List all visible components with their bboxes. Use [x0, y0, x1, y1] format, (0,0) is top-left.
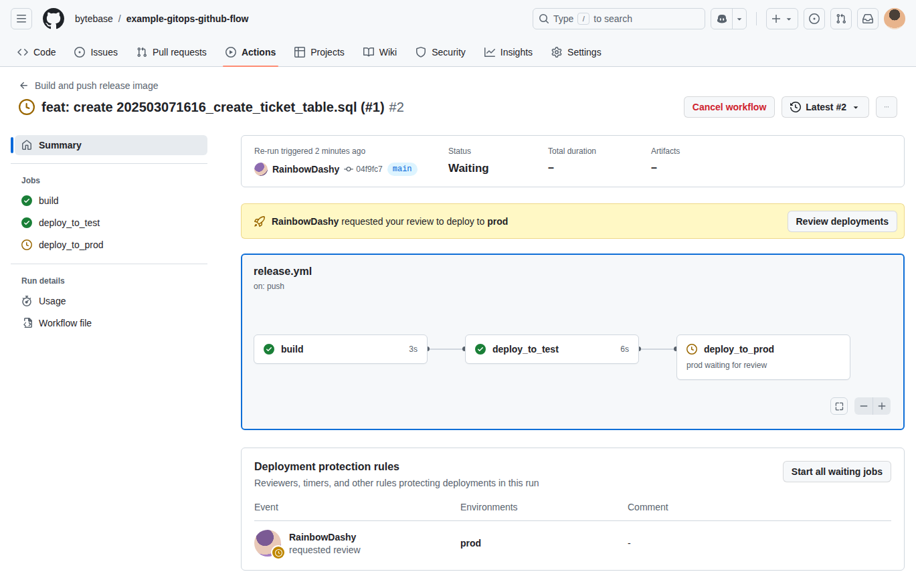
- workflow-graph-card: release.yml on: push build 3s deploy_to_…: [241, 254, 905, 430]
- rocket-icon: [254, 216, 265, 227]
- run-status-card: Re-run triggered 2 minutes ago RainbowDa…: [241, 135, 905, 187]
- graph-connector-line: [427, 349, 466, 350]
- status-value: Waiting: [448, 162, 535, 175]
- commit-link[interactable]: 04f9fc7: [344, 165, 382, 174]
- create-new-button[interactable]: [766, 8, 798, 29]
- inbox-button[interactable]: [857, 8, 879, 29]
- arrow-left-icon: [19, 80, 29, 91]
- review-deployments-button[interactable]: Review deployments: [788, 211, 898, 232]
- zoom-out-button[interactable]: [854, 397, 873, 415]
- banner-actor[interactable]: RainbowDashy: [272, 216, 339, 227]
- sidebar-job-deploy-to-test[interactable]: deploy_to_test: [15, 211, 207, 233]
- tab-label: Wiki: [379, 47, 397, 58]
- fullscreen-button[interactable]: [830, 397, 848, 415]
- copilot-icon[interactable]: [711, 9, 733, 29]
- tab-security[interactable]: Security: [407, 37, 474, 66]
- job-label: build: [39, 195, 59, 206]
- check-circle-icon: [21, 217, 32, 228]
- tab-label: Settings: [567, 47, 602, 58]
- artifacts-value: –: [651, 162, 725, 174]
- tab-pull-requests[interactable]: Pull requests: [128, 37, 215, 66]
- sidebar-divider: [11, 163, 207, 164]
- breadcrumb-repo[interactable]: example-gitops-github-flow: [126, 13, 249, 24]
- copilot-button-group: [711, 8, 747, 29]
- banner-message: requested your review to deploy to: [341, 216, 484, 227]
- sidebar-item-usage[interactable]: Usage: [15, 290, 207, 312]
- run-status-clock-icon: [19, 99, 35, 115]
- slash-key-hint: /: [577, 13, 589, 25]
- search-placeholder-pre: Type: [553, 13, 573, 24]
- tab-label: Security: [432, 47, 466, 58]
- actor-avatar[interactable]: [254, 163, 268, 176]
- tab-projects[interactable]: Projects: [286, 37, 353, 66]
- tab-settings[interactable]: Settings: [543, 37, 610, 66]
- zoom-in-button[interactable]: [873, 397, 891, 415]
- copilot-dropdown-caret[interactable]: [733, 9, 746, 29]
- graph-node-build[interactable]: build 3s: [254, 334, 428, 364]
- sidebar-item-workflow-file[interactable]: Workflow file: [15, 312, 207, 334]
- cancel-workflow-button[interactable]: Cancel workflow: [684, 96, 775, 118]
- search-input[interactable]: Type / to search: [533, 8, 705, 29]
- actor-name[interactable]: RainbowDashy: [272, 164, 339, 175]
- stopwatch-icon: [21, 296, 32, 306]
- hamburger-menu-button[interactable]: [11, 8, 32, 29]
- job-label: deploy_to_prod: [39, 239, 104, 250]
- search-placeholder-post: to search: [593, 13, 632, 24]
- run-version-dropdown[interactable]: Latest #2: [782, 96, 869, 118]
- run-options-kebab-button[interactable]: [876, 96, 897, 118]
- tab-actions[interactable]: Actions: [217, 37, 284, 66]
- breadcrumb-separator: /: [118, 13, 121, 24]
- protection-subtitle: Reviewers, timers, and other rules prote…: [254, 478, 539, 488]
- workflow-trigger: on: push: [254, 282, 284, 291]
- sidebar-job-build[interactable]: build: [15, 189, 207, 211]
- play-icon: [225, 47, 236, 58]
- duration-label: Total duration: [548, 146, 638, 156]
- banner-environment: prod: [487, 216, 508, 227]
- check-circle-icon: [475, 344, 486, 355]
- status-label: Status: [448, 146, 535, 156]
- tab-label: Pull requests: [153, 47, 207, 58]
- issues-dashboard-button[interactable]: [804, 8, 825, 29]
- run-sidebar: Summary Jobs build deploy_to_test deploy…: [11, 135, 207, 571]
- tab-label: Insights: [500, 47, 533, 58]
- node-duration: 3s: [409, 345, 418, 354]
- check-circle-icon: [264, 344, 274, 355]
- table-row: RainbowDashy requested review prod -: [254, 520, 891, 567]
- tab-label: Code: [33, 47, 56, 58]
- tab-wiki[interactable]: Wiki: [355, 37, 405, 66]
- waiting-clock-badge-icon: [272, 547, 284, 559]
- start-all-waiting-jobs-button[interactable]: Start all waiting jobs: [783, 461, 891, 482]
- back-to-workflow-link[interactable]: Build and push release image: [19, 80, 158, 91]
- book-icon: [363, 47, 374, 58]
- issue-opened-icon: [74, 47, 85, 58]
- tab-issues[interactable]: Issues: [66, 37, 125, 66]
- row-actor-name[interactable]: RainbowDashy: [289, 532, 361, 543]
- user-avatar[interactable]: [884, 8, 905, 29]
- row-comment: -: [628, 538, 891, 549]
- node-label: build: [281, 344, 303, 355]
- header-divider: [756, 12, 757, 25]
- sidebar-item-summary[interactable]: Summary: [15, 135, 207, 155]
- global-header: bytebase / example-gitops-github-flow Ty…: [0, 0, 916, 37]
- sidebar-job-deploy-to-prod[interactable]: deploy_to_prod: [15, 233, 207, 256]
- pull-requests-dashboard-button[interactable]: [830, 8, 852, 29]
- graph-node-deploy-to-test[interactable]: deploy_to_test 6s: [465, 334, 639, 364]
- branch-badge[interactable]: main: [387, 163, 418, 176]
- breadcrumb-org[interactable]: bytebase: [75, 13, 113, 24]
- sidebar-item-label: Workflow file: [39, 318, 92, 328]
- tab-insights[interactable]: Insights: [476, 37, 541, 66]
- sidebar-item-label: Summary: [39, 140, 82, 151]
- run-title: feat: create 202503071616_create_ticket_…: [41, 100, 385, 115]
- run-details-heading: Run details: [15, 272, 207, 290]
- protection-table: Event Environments Comment RainbowDashy …: [254, 502, 891, 567]
- tab-code[interactable]: Code: [9, 37, 64, 66]
- column-header-environments: Environments: [460, 502, 628, 512]
- graph-node-deploy-to-prod[interactable]: deploy_to_prod prod waiting for review: [676, 334, 850, 380]
- shield-icon: [416, 47, 426, 58]
- node-subtext: prod waiting for review: [677, 361, 850, 378]
- tab-label: Actions: [242, 47, 276, 58]
- graph-icon: [484, 47, 495, 58]
- jobs-heading: Jobs: [15, 172, 207, 189]
- back-link-label: Build and push release image: [35, 80, 158, 91]
- github-logo[interactable]: [43, 8, 64, 29]
